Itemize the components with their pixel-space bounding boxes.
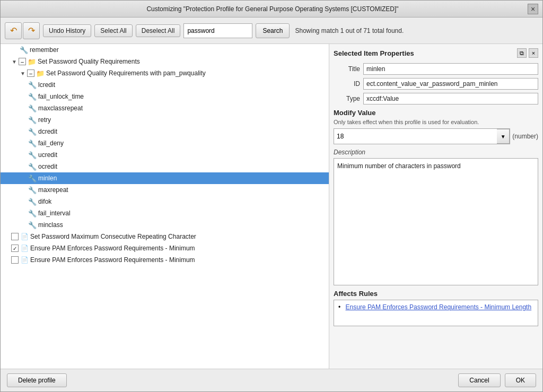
wrench-icon: 🔧 [28, 209, 37, 217]
wrench-icon: 🔧 [28, 174, 37, 182]
properties-panel-title: Selected Item Properties [334, 49, 414, 57]
tree-item-label: maxclassrepeat [38, 104, 83, 112]
properties-restore-button[interactable]: ⧉ [517, 48, 527, 58]
tree-item-set-password-pam[interactable]: ▼ – 📁 Set Password Quality Requirements … [1, 67, 329, 79]
tree-item-label: minclass [38, 221, 63, 229]
undo-button[interactable]: ↶ [5, 22, 22, 39]
wrench-icon: 🔧 [28, 221, 37, 229]
tree-item-ucredit[interactable]: 🔧 ucredit [1, 149, 329, 161]
window-title: Customizing "Protection Profile for Gene… [17, 5, 528, 13]
tree-item-label: fail_unlock_time [38, 93, 84, 100]
wrench-icon: 🔧 [28, 151, 37, 159]
wrench-icon: 🔧 [28, 197, 37, 206]
tree-item-minclass[interactable]: 🔧 minclass [1, 219, 329, 231]
wrench-icon: 🔧 [28, 81, 37, 89]
deselect-all-button[interactable]: Deselect All [136, 24, 181, 37]
id-field[interactable] [363, 78, 538, 90]
ok-button[interactable]: OK [505, 373, 536, 387]
modify-value-subtitle: Only takes effect when this profile is u… [334, 119, 538, 125]
bullet: • [338, 303, 340, 311]
checkbox-empty [11, 233, 19, 240]
expand-arrow: ▼ [20, 70, 26, 76]
wrench-icon: 🔧 [28, 186, 37, 194]
tree-item-label: ucredit [38, 151, 57, 159]
select-all-button[interactable]: Select All [94, 24, 132, 37]
tree-item-label: maxrepeat [38, 186, 68, 194]
type-label: Type [334, 95, 360, 102]
tree-item-label: fail_interval [38, 210, 71, 217]
footer-right: Cancel OK [458, 373, 536, 387]
tree-item-fail-unlock-time[interactable]: 🔧 fail_unlock_time [1, 91, 329, 102]
properties-close-button[interactable]: × [529, 48, 538, 58]
wrench-icon: 🔧 [28, 116, 37, 124]
title-field-row: Title [334, 63, 538, 75]
tree-item-label: fail_deny [38, 140, 64, 147]
toolbar: ↶ ↷ Undo History Select All Deselect All… [1, 18, 542, 44]
tree-item-set-password-quality[interactable]: ▼ – 📁 Set Password Quality Requirements [1, 56, 329, 67]
description-text: Minimum number of characters in password [337, 162, 461, 170]
title-label: Title [334, 65, 360, 73]
tree-item-label: Set Password Maximum Consecutive Repeati… [30, 233, 196, 240]
properties-panel: Selected Item Properties ⧉ × Title ID Ty… [329, 44, 542, 369]
affects-link[interactable]: Ensure PAM Enforces Password Requirement… [346, 303, 532, 311]
description-box: Minimum number of characters in password [334, 158, 538, 285]
wrench-icon: 🔧 [28, 127, 37, 136]
value-input[interactable] [334, 129, 497, 144]
doc-icon: 📄 [20, 244, 29, 252]
value-row: ▼ (number) [334, 128, 538, 144]
tree-item-maxclassrepeat[interactable]: 🔧 maxclassrepeat [1, 102, 329, 114]
tree-item-label: Ensure PAM Enforces Password Requirement… [30, 245, 195, 252]
wrench-icon: 🔧 [20, 46, 28, 54]
tree-item-ensure-pam-min[interactable]: ✓ 📄 Ensure PAM Enforces Password Require… [1, 242, 329, 254]
tree-item-ocredit[interactable]: 🔧 ocredit [1, 161, 329, 172]
tree-item-maxrepeat[interactable]: 🔧 maxrepeat [1, 184, 329, 196]
title-field[interactable] [363, 63, 538, 75]
tree-item-dcredit[interactable]: 🔧 dcredit [1, 126, 329, 137]
affects-box: • Ensure PAM Enforces Password Requireme… [334, 300, 538, 326]
tree-item-remember[interactable]: 🔧 remember [1, 44, 329, 56]
modify-value-title: Modify Value [334, 109, 538, 117]
minus-checkbox: – [27, 69, 34, 77]
tree-item-label: lcredit [38, 81, 55, 89]
delete-profile-button[interactable]: Delete profile [7, 373, 67, 387]
tree-item-ensure-pam-min2[interactable]: 📄 Ensure PAM Enforces Password Requireme… [1, 254, 329, 266]
tree-item-lcredit[interactable]: 🔧 lcredit [1, 79, 329, 91]
search-input[interactable] [183, 23, 252, 38]
search-button[interactable]: Search [256, 23, 290, 38]
redo-icon: ↷ [28, 25, 35, 36]
close-button[interactable]: × [528, 4, 538, 14]
wrench-icon: 🔧 [28, 162, 37, 171]
tree-content[interactable]: 🔧 remember ▼ – 📁 Set Password Quality Re… [1, 44, 329, 266]
tree-item-set-password-max[interactable]: 📄 Set Password Maximum Consecutive Repea… [1, 231, 329, 242]
redo-button[interactable]: ↷ [23, 22, 40, 39]
undo-redo-group: ↶ ↷ [5, 22, 40, 39]
expand-arrow: ▼ [11, 58, 17, 65]
tree-item-label: ocredit [38, 163, 57, 170]
affects-title: Affects Rules [334, 290, 538, 298]
affects-section: Affects Rules • Ensure PAM Enforces Pass… [334, 290, 538, 326]
value-dropdown-button[interactable]: ▼ [497, 129, 510, 144]
wrench-icon: 🔧 [28, 92, 37, 101]
cancel-button[interactable]: Cancel [458, 373, 500, 387]
title-bar: Customizing "Protection Profile for Gene… [1, 1, 542, 18]
undo-icon: ↶ [10, 25, 17, 36]
tree-item-difok[interactable]: 🔧 difok [1, 196, 329, 207]
type-field[interactable] [363, 93, 538, 104]
undo-history-button[interactable]: Undo History [43, 24, 91, 37]
tree-item-fail-deny[interactable]: 🔧 fail_deny [1, 137, 329, 149]
folder-icon: 📁 [36, 69, 45, 77]
tree-item-label: Set Password Quality Requirements with p… [46, 69, 206, 77]
tree-item-retry[interactable]: 🔧 retry [1, 114, 329, 126]
search-result-text: Showing match 1 out of 71 total found. [295, 27, 404, 34]
id-field-row: ID [334, 78, 538, 90]
main-content: 🔧 remember ▼ – 📁 Set Password Quality Re… [1, 44, 542, 369]
tree-item-minlen[interactable]: 🔧 minlen [1, 172, 329, 184]
description-label: Description [334, 149, 538, 156]
tree-item-fail-interval[interactable]: 🔧 fail_interval [1, 207, 329, 219]
tree-item-label: remember [30, 46, 59, 54]
value-input-wrapper: ▼ [334, 128, 510, 144]
checkbox-empty [11, 256, 19, 264]
wrench-icon: 🔧 [28, 139, 37, 147]
wrench-icon: 🔧 [28, 104, 37, 112]
tree-item-label: retry [38, 116, 51, 124]
